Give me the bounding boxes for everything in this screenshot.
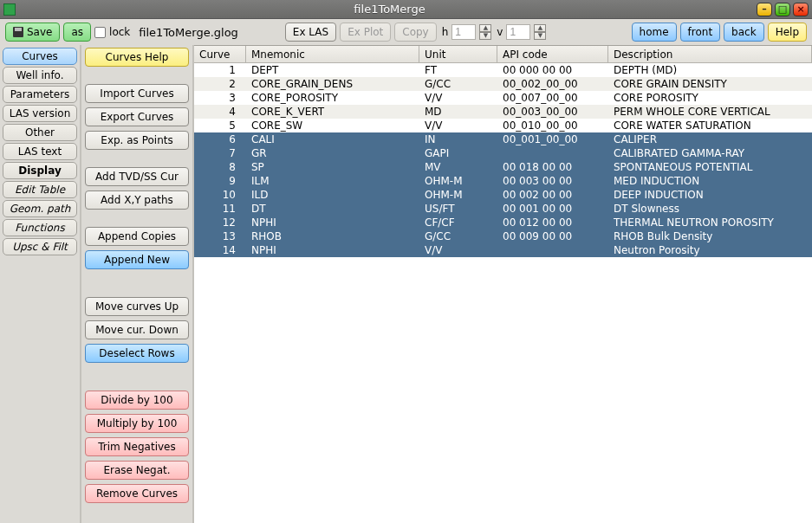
table-row[interactable]: 9ILMOHM-M00 003 00 00MED INDUCTION <box>194 174 812 188</box>
col-header-mnemonic[interactable]: Mnemonic <box>246 46 419 62</box>
cell: 00 001 00 00 <box>497 202 608 216</box>
cell: CORE GRAIN DENSITY <box>608 77 812 91</box>
minimize-icon[interactable] <box>757 3 772 16</box>
h-input[interactable] <box>451 24 476 40</box>
cell: 10 <box>194 188 246 202</box>
divide-100-button[interactable]: Divide by 100 <box>85 391 189 410</box>
erase-negatives-button[interactable]: Erase Negat. <box>85 461 189 480</box>
exp-as-points-button[interactable]: Exp. as Points <box>85 131 189 150</box>
append-copies-button[interactable]: Append Copies <box>85 227 189 246</box>
titlebar: file1ToMerge <box>0 0 812 19</box>
v-input[interactable] <box>506 24 530 40</box>
add-tvd-button[interactable]: Add TVD/SS Cur <box>85 167 189 186</box>
move-up-button[interactable]: Move curves Up <box>85 297 189 316</box>
curves-table: Curve Mnemonic Unit API code Description… <box>194 45 812 523</box>
add-xy-button[interactable]: Add X,Y paths <box>85 190 189 210</box>
table-row[interactable]: 11DTUS/FT00 001 00 00DT Slowness <box>194 202 812 216</box>
cell: 00 018 00 00 <box>497 160 608 174</box>
left-nav: CurvesWell info.ParametersLAS versionOth… <box>0 45 81 523</box>
curves-help-button[interactable]: Curves Help <box>85 48 189 67</box>
table-row[interactable]: 4CORE_K_VERTMD00_003_00_00PERM WHOLE COR… <box>194 105 812 119</box>
table-row[interactable]: 2CORE_GRAIN_DENSG/CC00_002_00_00CORE GRA… <box>194 77 812 91</box>
cell: 3 <box>194 91 246 105</box>
h-down-button[interactable]: ▼ <box>479 32 491 40</box>
col-header-description[interactable]: Description <box>608 46 812 62</box>
cell: GAPI <box>419 146 497 160</box>
nav-tab-display[interactable]: Display <box>3 162 77 179</box>
window-title: file1ToMerge <box>23 3 757 16</box>
cell: DEEP INDUCTION <box>608 188 812 202</box>
nav-tab-curves[interactable]: Curves <box>3 48 77 65</box>
cell: CORE_SW <box>246 119 419 132</box>
cell: DT <box>246 202 419 216</box>
table-row[interactable]: 5CORE_SWV/V00_010_00_00CORE WATER SATURA… <box>194 119 812 132</box>
nav-tab-well-info-[interactable]: Well info. <box>3 67 77 84</box>
cell: 6 <box>194 132 246 146</box>
table-body[interactable]: 1DEPTFT00 000 00 00DEPTH (MD)2CORE_GRAIN… <box>194 63 812 523</box>
cell: G/CC <box>419 77 497 91</box>
cell: NPHI <box>246 216 419 229</box>
cell: 12 <box>194 216 246 229</box>
col-header-api[interactable]: API code <box>497 46 608 62</box>
table-row[interactable]: 1DEPTFT00 000 00 00DEPTH (MD) <box>194 63 812 77</box>
back-button[interactable]: back <box>724 23 764 42</box>
cell: DEPTH (MD) <box>608 63 812 77</box>
table-row[interactable]: 14NPHIV/VNeutron Porosity <box>194 243 812 257</box>
cell: 11 <box>194 202 246 216</box>
export-curves-button[interactable]: Export Curves <box>85 107 189 126</box>
nav-tab-functions[interactable]: Functions <box>3 219 77 236</box>
col-header-unit[interactable]: Unit <box>419 46 497 62</box>
cell: NPHI <box>246 243 419 257</box>
cell: 13 <box>194 229 246 243</box>
toolbar: Save as lock file1ToMerge.glog Ex LAS Ex… <box>0 19 812 45</box>
front-button[interactable]: front <box>680 23 721 42</box>
copy-button: Copy <box>394 23 436 42</box>
home-button[interactable]: home <box>632 23 677 42</box>
lock-checkbox[interactable] <box>94 27 106 38</box>
cell: 00_003_00_00 <box>497 105 608 119</box>
save-as-button[interactable]: as <box>63 23 91 42</box>
h-label: h <box>442 26 449 38</box>
table-row[interactable]: 6CALIIN00_001_00_00CALIPER <box>194 132 812 146</box>
cell: MV <box>419 160 497 174</box>
cell: V/V <box>419 243 497 257</box>
cell: US/FT <box>419 202 497 216</box>
close-icon[interactable] <box>793 3 809 16</box>
trim-negatives-button[interactable]: Trim Negatives <box>85 437 189 456</box>
help-button[interactable]: Help <box>768 23 807 42</box>
multiply-100-button[interactable]: Multiply by 100 <box>85 414 189 433</box>
col-header-curve[interactable]: Curve <box>194 46 246 62</box>
save-button[interactable]: Save <box>5 23 60 42</box>
nav-tab-other[interactable]: Other <box>3 124 77 141</box>
ex-plot-button: Ex Plot <box>340 23 391 42</box>
import-curves-button[interactable]: Import Curves <box>85 84 189 103</box>
cell: DT Slowness <box>608 202 812 216</box>
v-down-button[interactable]: ▼ <box>534 32 546 40</box>
nav-tab-parameters[interactable]: Parameters <box>3 86 77 103</box>
cell: 00 003 00 00 <box>497 174 608 188</box>
cell: CALI <box>246 132 419 146</box>
table-row[interactable]: 8SPMV00 018 00 00SPONTANEOUS POTENTIAL <box>194 160 812 174</box>
nav-tab-las-text[interactable]: LAS text <box>3 143 77 160</box>
h-up-button[interactable]: ▲ <box>479 24 491 32</box>
table-row[interactable]: 10ILDOHM-M00 002 00 00DEEP INDUCTION <box>194 188 812 202</box>
nav-tab-las-version[interactable]: LAS version <box>3 105 77 122</box>
move-down-button[interactable]: Move cur. Down <box>85 320 189 339</box>
v-up-button[interactable]: ▲ <box>534 24 546 32</box>
cell: 00 000 00 00 <box>497 63 608 77</box>
cell: 00 002 00 00 <box>497 188 608 202</box>
nav-tab-edit-table[interactable]: Edit Table <box>3 181 77 198</box>
ex-las-button[interactable]: Ex LAS <box>285 23 336 42</box>
append-new-button[interactable]: Append New <box>85 250 189 269</box>
table-row[interactable]: 12NPHICF/CF00 012 00 00THERMAL NEUTRON P… <box>194 216 812 229</box>
table-row[interactable]: 3CORE_POROSITYV/V00_007_00_00CORE POROSI… <box>194 91 812 105</box>
nav-tab-geom-path[interactable]: Geom. path <box>3 200 77 217</box>
cell: DEPT <box>246 63 419 77</box>
deselect-rows-button[interactable]: Deselect Rows <box>85 344 189 363</box>
table-row[interactable]: 7GRGAPICALIBRATED GAMMA-RAY <box>194 146 812 160</box>
table-row[interactable]: 13RHOBG/CC00 009 00 00RHOB Bulk Density <box>194 229 812 243</box>
maximize-icon[interactable] <box>775 3 790 16</box>
nav-tab-upsc-filt[interactable]: Upsc & Filt <box>3 238 77 255</box>
cell: 14 <box>194 243 246 257</box>
remove-curves-button[interactable]: Remove Curves <box>85 484 189 503</box>
